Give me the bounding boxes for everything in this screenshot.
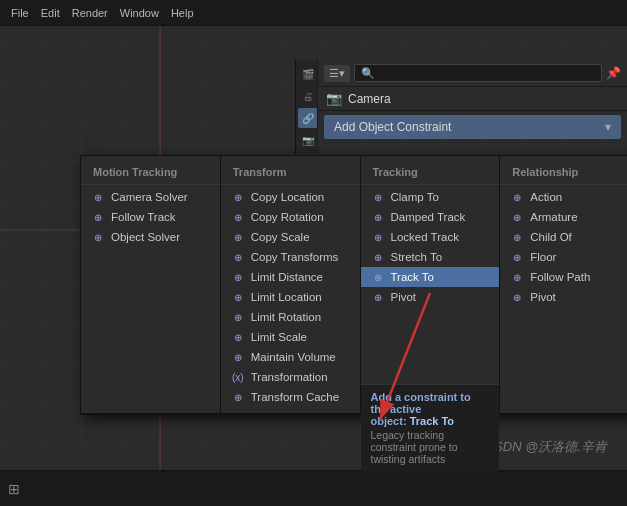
transform-cache-item[interactable]: ⊕ Transform Cache — [221, 387, 360, 407]
viewport-type-button[interactable]: ⊞ — [8, 481, 20, 497]
track-to-icon: ⊕ — [371, 270, 385, 284]
render-tab[interactable]: 🎬 — [298, 64, 318, 84]
object-type-icon: 📷 — [326, 91, 342, 106]
tooltip-box: Add a constraint to the active object: T… — [361, 384, 500, 471]
help-menu[interactable]: Help — [166, 5, 199, 21]
copy-location-item[interactable]: ⊕ Copy Location — [221, 187, 360, 207]
dropdown-arrow-icon: ▾ — [605, 120, 611, 134]
motion-tracking-header: Motion Tracking — [81, 162, 220, 185]
transform-header: Transform — [221, 162, 360, 185]
object-name: Camera — [348, 92, 391, 106]
object-data-tab[interactable]: 📷 — [298, 130, 318, 150]
properties-header: ☰▾ 📌 — [318, 60, 627, 87]
limit-distance-icon: ⊕ — [231, 270, 245, 284]
object-constraint-tab[interactable]: 🔗 — [298, 108, 318, 128]
limit-location-item[interactable]: ⊕ Limit Location — [221, 287, 360, 307]
floor-icon: ⊕ — [510, 250, 524, 264]
bottom-bar: ⊞ — [0, 470, 627, 506]
limit-scale-item[interactable]: ⊕ Limit Scale — [221, 327, 360, 347]
blender-header: File Edit Render Window Help — [0, 0, 627, 26]
stretch-to-icon: ⊕ — [371, 250, 385, 264]
copy-scale-item[interactable]: ⊕ Copy Scale — [221, 227, 360, 247]
damped-track-item[interactable]: ⊕ Damped Track — [361, 207, 500, 227]
maintain-volume-icon: ⊕ — [231, 350, 245, 364]
limit-distance-item[interactable]: ⊕ Limit Distance — [221, 267, 360, 287]
watermark: CSDN @沃洛德.辛肯 — [485, 438, 607, 456]
transformation-item[interactable]: (x) Transformation — [221, 367, 360, 387]
floor-item[interactable]: ⊕ Floor — [500, 247, 627, 267]
add-constraint-button[interactable]: Add Object Constraint ▾ — [324, 115, 621, 139]
tracking-column: Tracking ⊕ Clamp To ⊕ Damped Track ⊕ Loc… — [361, 156, 501, 413]
object-type-row: 📷 Camera — [318, 87, 627, 111]
maintain-volume-item[interactable]: ⊕ Maintain Volume — [221, 347, 360, 367]
action-icon: ⊕ — [510, 190, 524, 204]
follow-track-item[interactable]: ⊕ Follow Track — [81, 207, 220, 227]
follow-track-icon: ⊕ — [91, 210, 105, 224]
stretch-to-item[interactable]: ⊕ Stretch To — [361, 247, 500, 267]
pin-button[interactable]: 📌 — [606, 66, 621, 80]
edit-menu[interactable]: Edit — [36, 5, 65, 21]
copy-rotation-item[interactable]: ⊕ Copy Rotation — [221, 207, 360, 227]
properties-panel: ☰▾ 📌 📷 Camera Add Object Constraint ▾ — [317, 60, 627, 143]
locked-track-item[interactable]: ⊕ Locked Track — [361, 227, 500, 247]
tracking-header: Tracking — [361, 162, 500, 185]
header-icons: ☰▾ — [324, 65, 350, 82]
pivot-tracking-item[interactable]: ⊕ Pivot — [361, 287, 500, 307]
copy-transforms-item[interactable]: ⊕ Copy Transforms — [221, 247, 360, 267]
window-menu[interactable]: Window — [115, 5, 164, 21]
relationship-header: Relationship — [500, 162, 627, 185]
child-of-item[interactable]: ⊕ Child Of — [500, 227, 627, 247]
object-solver-item[interactable]: ⊕ Object Solver — [81, 227, 220, 247]
limit-rotation-item[interactable]: ⊕ Limit Rotation — [221, 307, 360, 327]
clamp-to-icon: ⊕ — [371, 190, 385, 204]
limit-rotation-icon: ⊕ — [231, 310, 245, 324]
pivot-tracking-icon: ⊕ — [371, 290, 385, 304]
relationship-column: Relationship ⊕ Action ⊕ Armature ⊕ Child… — [500, 156, 627, 413]
child-of-icon: ⊕ — [510, 230, 524, 244]
track-to-item[interactable]: ⊕ Track To — [361, 267, 500, 287]
property-tabs: 🎬 🖨 🔗 📷 — [295, 60, 319, 154]
view-options-btn[interactable]: ☰▾ — [324, 65, 350, 82]
action-item[interactable]: ⊕ Action — [500, 187, 627, 207]
copy-rotation-icon: ⊕ — [231, 210, 245, 224]
output-tab[interactable]: 🖨 — [298, 86, 318, 106]
armature-item[interactable]: ⊕ Armature — [500, 207, 627, 227]
transformation-icon: (x) — [231, 370, 245, 384]
pivot-relationship-icon: ⊕ — [510, 290, 524, 304]
render-menu[interactable]: Render — [67, 5, 113, 21]
follow-path-item[interactable]: ⊕ Follow Path — [500, 267, 627, 287]
tooltip-prefix: Add a constraint to the active object: T… — [371, 391, 490, 427]
limit-scale-icon: ⊕ — [231, 330, 245, 344]
object-solver-icon: ⊕ — [91, 230, 105, 244]
camera-solver-item[interactable]: ⊕ Camera Solver — [81, 187, 220, 207]
menu-columns: Motion Tracking ⊕ Camera Solver ⊕ Follow… — [81, 156, 627, 414]
follow-path-icon: ⊕ — [510, 270, 524, 284]
file-menu[interactable]: File — [6, 5, 34, 21]
transform-cache-icon: ⊕ — [231, 390, 245, 404]
damped-track-icon: ⊕ — [371, 210, 385, 224]
search-input[interactable] — [354, 64, 602, 82]
motion-tracking-column: Motion Tracking ⊕ Camera Solver ⊕ Follow… — [81, 156, 221, 413]
clamp-to-item[interactable]: ⊕ Clamp To — [361, 187, 500, 207]
limit-location-icon: ⊕ — [231, 290, 245, 304]
tooltip-title-text: Track To — [410, 415, 454, 427]
pivot-relationship-item[interactable]: ⊕ Pivot — [500, 287, 627, 307]
copy-location-icon: ⊕ — [231, 190, 245, 204]
transform-column: Transform ⊕ Copy Location ⊕ Copy Rotatio… — [221, 156, 361, 413]
constraint-menu: Motion Tracking ⊕ Camera Solver ⊕ Follow… — [80, 155, 627, 415]
armature-icon: ⊕ — [510, 210, 524, 224]
tooltip-description: Legacy tracking constraint prone to twis… — [371, 429, 490, 465]
copy-transforms-icon: ⊕ — [231, 250, 245, 264]
copy-scale-icon: ⊕ — [231, 230, 245, 244]
locked-track-icon: ⊕ — [371, 230, 385, 244]
camera-solver-icon: ⊕ — [91, 190, 105, 204]
